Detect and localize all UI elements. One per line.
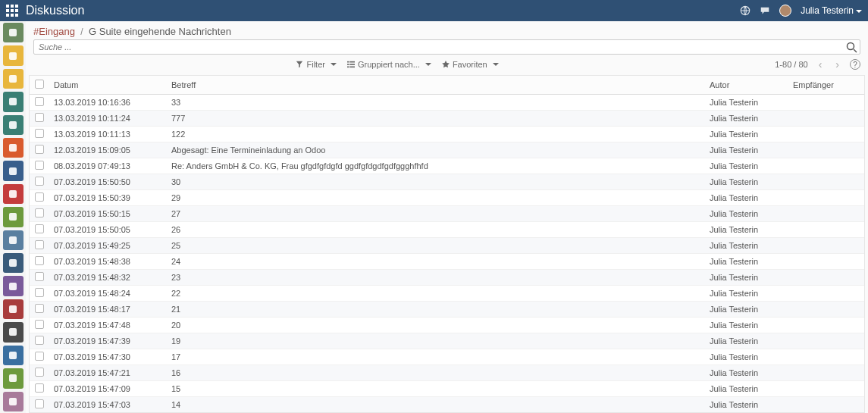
groupby-button[interactable]: Gruppiert nach... xyxy=(347,60,431,69)
row-checkbox[interactable] xyxy=(35,161,44,170)
table-row[interactable]: 07.03.2019 15:50:3929Julia Testerin xyxy=(30,190,864,206)
avatar[interactable] xyxy=(779,5,791,17)
row-checkbox[interactable] xyxy=(35,129,44,138)
cell-author: Julia Testerin xyxy=(705,318,788,333)
cell-recipient xyxy=(788,349,864,365)
row-checkbox[interactable] xyxy=(35,240,44,249)
search-input[interactable] xyxy=(33,39,860,55)
col-header-subject[interactable]: Betreff xyxy=(167,76,705,95)
chart-icon xyxy=(7,119,19,131)
table-row[interactable]: 13.03.2019 10:11:24777Julia Testerin xyxy=(30,111,864,127)
sidebar-app-1[interactable] xyxy=(3,45,24,65)
speech-icon xyxy=(7,27,19,39)
help-button[interactable]: ? xyxy=(850,59,860,70)
table-row[interactable]: 13.03.2019 10:11:13122Julia Testerin xyxy=(30,127,864,142)
sidebar-app-16[interactable] xyxy=(3,392,24,411)
sidebar-app-7[interactable] xyxy=(3,184,24,204)
table-row[interactable]: 07.03.2019 15:47:3017Julia Testerin xyxy=(30,349,864,365)
cell-author: Julia Testerin xyxy=(705,365,788,381)
table-row[interactable]: 07.03.2019 15:48:3223Julia Testerin xyxy=(30,270,864,286)
help-globe-icon[interactable] xyxy=(740,5,750,16)
cell-author: Julia Testerin xyxy=(705,158,788,174)
svg-rect-16 xyxy=(9,167,17,175)
table-row[interactable]: 07.03.2019 15:48:3824Julia Testerin xyxy=(30,254,864,270)
table-row[interactable]: 07.03.2019 15:47:3919Julia Testerin xyxy=(30,333,864,349)
card-icon xyxy=(7,142,19,154)
table-row[interactable]: 07.03.2019 15:49:2525Julia Testerin xyxy=(30,238,864,254)
table-row[interactable]: 13.03.2019 10:16:3633Julia Testerin xyxy=(30,95,864,111)
cell-subject: Abgesagt: Eine Termineinladung an Odoo xyxy=(167,142,705,158)
svg-rect-11 xyxy=(9,52,17,60)
cell-subject: 122 xyxy=(167,127,705,142)
table-row[interactable]: 07.03.2019 15:47:0915Julia Testerin xyxy=(30,381,864,397)
chat-icon[interactable] xyxy=(760,5,770,16)
sidebar-app-6[interactable] xyxy=(3,161,24,180)
cell-date: 07.03.2019 15:48:38 xyxy=(49,254,167,270)
sidebar-app-12[interactable] xyxy=(3,299,24,319)
table-row[interactable]: 07.03.2019 15:47:4820Julia Testerin xyxy=(30,318,864,333)
sidebar-app-4[interactable] xyxy=(3,115,24,135)
cell-recipient xyxy=(788,158,864,174)
sidebar-app-10[interactable] xyxy=(3,253,24,273)
sidebar-app-8[interactable] xyxy=(3,207,24,227)
svg-rect-31 xyxy=(347,64,349,65)
col-header-recipient[interactable]: Empfänger xyxy=(788,76,864,95)
col-header-date[interactable]: Datum xyxy=(49,76,167,95)
table-row[interactable]: 07.03.2019 15:50:5030Julia Testerin xyxy=(30,174,864,190)
username-menu[interactable]: Julia Testerin xyxy=(801,5,862,16)
breadcrumb-current: G Suite eingehende Nachrichten xyxy=(89,26,231,37)
favorites-button[interactable]: Favoriten xyxy=(442,60,499,69)
sidebar-app-0[interactable] xyxy=(3,23,24,42)
col-header-author[interactable]: Autor xyxy=(705,76,788,95)
row-checkbox[interactable] xyxy=(35,192,44,202)
filter-button[interactable]: Filter xyxy=(296,60,336,69)
cell-recipient xyxy=(788,190,864,206)
row-checkbox[interactable] xyxy=(35,352,44,361)
row-checkbox[interactable] xyxy=(35,256,44,265)
pager-prev-button[interactable]: ‹ xyxy=(816,58,826,70)
row-checkbox[interactable] xyxy=(35,272,44,281)
search-icon[interactable] xyxy=(845,41,857,53)
table-row[interactable]: 07.03.2019 15:50:0526Julia Testerin xyxy=(30,222,864,238)
row-checkbox[interactable] xyxy=(35,97,44,106)
table-row[interactable]: 12.03.2019 15:09:05Abgesagt: Eine Termin… xyxy=(30,142,864,158)
row-checkbox[interactable] xyxy=(35,145,44,154)
row-checkbox[interactable] xyxy=(35,304,44,313)
table-row[interactable]: 07.03.2019 15:47:0314Julia Testerin xyxy=(30,397,864,413)
sidebar-app-3[interactable] xyxy=(3,92,24,111)
table-row[interactable]: 07.03.2019 15:47:2116Julia Testerin xyxy=(30,365,864,381)
dice-icon xyxy=(7,372,19,384)
table-row[interactable]: 07.03.2019 15:48:2422Julia Testerin xyxy=(30,286,864,302)
svg-rect-8 xyxy=(15,14,18,17)
sidebar-app-13[interactable] xyxy=(3,322,24,342)
table-row[interactable]: 07.03.2019 15:48:1721Julia Testerin xyxy=(30,302,864,318)
sidebar-app-14[interactable] xyxy=(3,346,24,365)
cell-date: 07.03.2019 15:47:09 xyxy=(49,381,167,397)
row-checkbox[interactable] xyxy=(35,320,44,329)
sidebar-app-2[interactable] xyxy=(3,69,24,89)
row-checkbox[interactable] xyxy=(35,288,44,297)
table-row[interactable]: 08.03.2019 07:49:13Re: Anders GmbH & Co.… xyxy=(30,158,864,174)
row-checkbox[interactable] xyxy=(35,224,44,233)
sidebar-app-9[interactable] xyxy=(3,230,24,250)
sidebar-app-11[interactable] xyxy=(3,276,24,296)
row-checkbox[interactable] xyxy=(35,113,44,122)
table-row[interactable]: 07.03.2019 15:50:1527Julia Testerin xyxy=(30,206,864,222)
pager-next-button[interactable]: › xyxy=(832,58,842,70)
row-checkbox[interactable] xyxy=(35,383,44,393)
cell-recipient xyxy=(788,318,864,333)
sidebar-app-5[interactable] xyxy=(3,138,24,158)
row-checkbox[interactable] xyxy=(35,208,44,217)
svg-rect-14 xyxy=(9,121,17,129)
select-all-checkbox[interactable] xyxy=(35,80,44,89)
row-checkbox[interactable] xyxy=(35,399,44,408)
row-checkbox[interactable] xyxy=(35,368,44,377)
apps-grid-icon[interactable] xyxy=(6,5,18,17)
row-checkbox[interactable] xyxy=(35,177,44,186)
breadcrumb-link-inbox[interactable]: #Eingang xyxy=(33,26,75,37)
sidebar-app-15[interactable] xyxy=(3,368,24,388)
cell-recipient xyxy=(788,381,864,397)
svg-rect-33 xyxy=(347,67,349,68)
row-checkbox[interactable] xyxy=(35,336,44,345)
cell-date: 07.03.2019 15:50:39 xyxy=(49,190,167,206)
